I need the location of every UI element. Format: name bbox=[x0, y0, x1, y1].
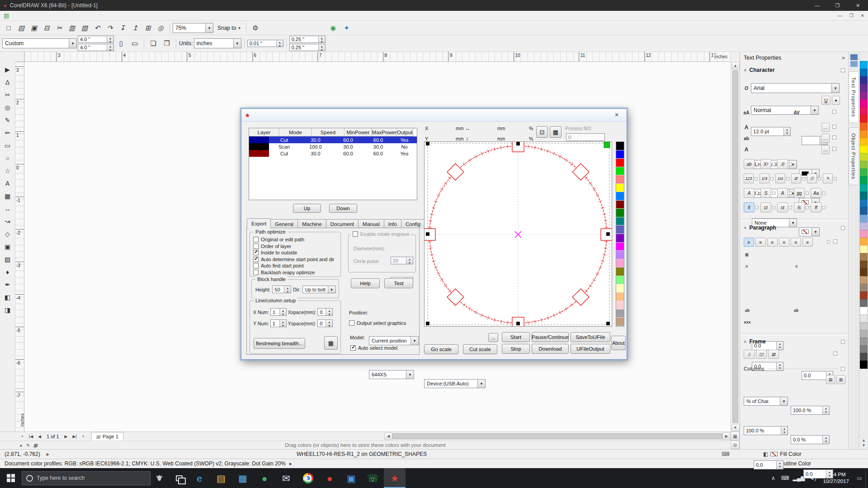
palette-color[interactable] bbox=[860, 215, 868, 223]
duplicate-x-field[interactable]: 0.25 " bbox=[289, 36, 326, 43]
device-more-button[interactable]: ... bbox=[488, 333, 498, 342]
layer-palette-color[interactable] bbox=[616, 293, 624, 301]
feature-flyout-icon[interactable] bbox=[789, 206, 792, 209]
slashed-zero-icon[interactable]: Ø bbox=[791, 174, 801, 183]
align-left-icon[interactable]: ≡ bbox=[755, 238, 766, 247]
chrome-icon[interactable]: ● bbox=[297, 468, 319, 488]
zoom-tool[interactable]: ◎ bbox=[1, 101, 14, 114]
dialog-tab[interactable]: General bbox=[270, 219, 298, 229]
feature-flyout-icon[interactable] bbox=[822, 192, 826, 195]
cut-scale-button[interactable]: Cut scale bbox=[463, 344, 497, 354]
layer-palette-color[interactable] bbox=[616, 201, 624, 209]
export-icon[interactable]: ↥ bbox=[129, 22, 142, 34]
layer-palette-color[interactable] bbox=[616, 217, 624, 226]
palette-color[interactable] bbox=[860, 107, 868, 115]
page-width-field[interactable]: 4.0 " bbox=[78, 36, 114, 43]
blend-tool[interactable]: ◇ bbox=[1, 228, 14, 240]
duplicate-y-field[interactable]: 0.25 " bbox=[289, 44, 326, 51]
palette-color[interactable] bbox=[860, 169, 868, 177]
palette-color[interactable] bbox=[860, 153, 868, 161]
path-optimize-checkbox[interactable]: Inside to outside bbox=[253, 250, 340, 255]
ligature-fs-icon[interactable]: ſs bbox=[794, 202, 805, 212]
pause-continue-button[interactable]: Pause/Continue bbox=[532, 332, 569, 342]
help-button[interactable]: Help bbox=[351, 278, 380, 288]
docker-collapse-icon[interactable]: » bbox=[842, 55, 845, 61]
task-view-icon[interactable] bbox=[170, 468, 189, 488]
fill-tool[interactable]: ◧ bbox=[1, 291, 14, 304]
strikethrough-icon[interactable]: ab bbox=[744, 159, 755, 169]
yspace-field[interactable]: 0 bbox=[317, 319, 333, 327]
feature-flyout-icon[interactable] bbox=[818, 177, 821, 180]
undo-icon[interactable]: ↶ bbox=[91, 22, 104, 34]
frame-options-icon[interactable] bbox=[833, 352, 837, 356]
section-options-icon[interactable] bbox=[841, 340, 845, 344]
palette-color[interactable] bbox=[860, 122, 868, 131]
palette-color[interactable] bbox=[860, 291, 868, 300]
start-button[interactable]: Start bbox=[502, 332, 530, 342]
import-icon[interactable]: ↧ bbox=[116, 22, 129, 34]
ellipse-tool[interactable]: ○ bbox=[1, 152, 14, 164]
test-button[interactable]: Test bbox=[384, 278, 413, 288]
checkbox[interactable] bbox=[350, 345, 356, 351]
path-optimize-checkbox[interactable]: Backlash reapy optimize bbox=[253, 270, 340, 275]
vertical-scrollbar[interactable]: ▲ ▼ bbox=[731, 62, 740, 432]
ordinal-icon[interactable]: 1st bbox=[775, 174, 785, 183]
layer-row[interactable]: Cut 30.0 60.0 60.0 Yes bbox=[249, 136, 417, 143]
palette-color[interactable] bbox=[860, 176, 868, 184]
artistic-media-tool[interactable]: ✏ bbox=[1, 127, 14, 139]
character-spacing-field[interactable]: 100.0 % bbox=[791, 406, 830, 415]
redo-icon[interactable]: ↷ bbox=[104, 22, 116, 34]
scroll-up-arrow[interactable]: ▲ bbox=[731, 62, 740, 70]
layer-palette-color[interactable] bbox=[616, 150, 624, 159]
palette-color[interactable] bbox=[860, 314, 868, 323]
copy-icon[interactable]: ▥ bbox=[66, 22, 78, 34]
landscape-orientation-button[interactable]: ▭ bbox=[128, 38, 141, 49]
path-optimize-checkbox[interactable]: Auto determine start point and dir bbox=[253, 257, 340, 262]
char-shift-field[interactable]: 0.0 bbox=[754, 460, 783, 469]
checkbox[interactable] bbox=[253, 257, 259, 262]
mdi-restore-button[interactable]: ❐ bbox=[849, 13, 854, 18]
outline-pen-tool[interactable]: ✒ bbox=[1, 278, 14, 291]
checkbox[interactable] bbox=[253, 263, 259, 268]
path-optimize-checkbox[interactable]: Original or edit path bbox=[253, 237, 340, 242]
feature-flyout-icon[interactable] bbox=[772, 163, 775, 166]
layer-palette-color[interactable] bbox=[616, 209, 624, 217]
feature-flyout-icon[interactable] bbox=[802, 177, 805, 180]
mdi-minimize-button[interactable]: — bbox=[838, 13, 842, 18]
feature-flyout-icon[interactable] bbox=[755, 177, 758, 180]
fraction-icon[interactable]: 1/4 bbox=[760, 174, 769, 183]
checkbox[interactable] bbox=[253, 237, 259, 242]
layer-palette-color[interactable] bbox=[616, 159, 624, 167]
alignment-flyout-icon[interactable] bbox=[827, 240, 830, 244]
ligature-fi-icon[interactable]: fi bbox=[744, 202, 755, 212]
layer-row[interactable]: Cut 30.0 60.0 60.0 Yes bbox=[249, 150, 417, 157]
page-height-field[interactable]: 4.0 " bbox=[78, 44, 114, 51]
columns-settings2-icon[interactable]: ▥ bbox=[836, 375, 845, 384]
font-size-field[interactable]: 12.0 pt bbox=[751, 127, 791, 136]
dialog-tab[interactable]: Machine bbox=[297, 219, 326, 229]
feature-flyout-icon[interactable] bbox=[822, 206, 826, 209]
keyboard-icon[interactable]: ⌨ bbox=[779, 468, 791, 488]
palette-color[interactable] bbox=[860, 222, 868, 230]
align-force-icon[interactable]: ≡ bbox=[802, 238, 813, 247]
feature-flyout-icon[interactable] bbox=[789, 192, 792, 195]
previous-page-button[interactable]: ◀ bbox=[35, 432, 44, 441]
horizontal-scrollbar[interactable]: ◀ ▶ bbox=[384, 432, 731, 440]
feature-flyout-icon[interactable] bbox=[834, 177, 837, 180]
restore-button[interactable]: ❐ bbox=[827, 0, 848, 11]
feature-flyout-icon[interactable] bbox=[786, 177, 789, 180]
path-optimize-checkbox[interactable]: Auto find start point bbox=[253, 263, 340, 268]
expand-icon[interactable]: ▶ bbox=[289, 462, 292, 466]
bestrewing-breadth-button[interactable]: Bestrewing breadth... bbox=[254, 338, 305, 349]
pick-tool[interactable]: ▶ bbox=[1, 63, 14, 76]
add-page-button-end[interactable]: + bbox=[79, 432, 88, 441]
close-button[interactable]: ✕ bbox=[848, 0, 868, 11]
stop-button[interactable]: Stop bbox=[502, 344, 530, 354]
palette-color[interactable] bbox=[860, 130, 868, 138]
ligature-ct-icon[interactable]: ct bbox=[760, 202, 771, 212]
feature-flyout-icon[interactable] bbox=[755, 163, 759, 166]
palette-color[interactable] bbox=[860, 238, 868, 246]
ruler-origin-corner[interactable] bbox=[15, 52, 24, 62]
caps-icon[interactable]: A bbox=[744, 188, 755, 198]
layer-palette-color[interactable] bbox=[616, 251, 624, 259]
